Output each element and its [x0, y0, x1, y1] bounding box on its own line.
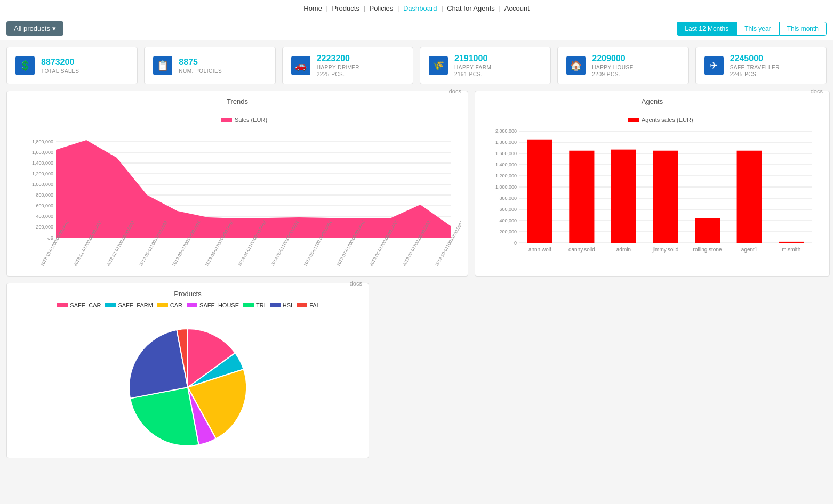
products-chart-canvas — [65, 313, 310, 451]
time-buttons: Last 12 Months This year This month — [677, 22, 827, 36]
kpi-icon-4: 🏠 — [566, 56, 586, 75]
kpi-data-2: 2223200 HAPPY DRIVER 2225 PCS. — [317, 54, 359, 77]
products-docs[interactable]: docs — [350, 280, 362, 287]
kpi-label-1: NUM. POLICIES — [179, 68, 222, 74]
kpi-value-4: 2209000 — [592, 54, 634, 63]
legend-item-CAR: CAR — [157, 302, 182, 308]
agents-panel: docs Agents — [475, 91, 830, 277]
kpi-value-2: 2223200 — [317, 54, 359, 63]
nav-dashboard[interactable]: Dashboard — [403, 4, 437, 12]
kpi-data-5: 2245000 SAFE TRAVELLER 2245 PCS. — [730, 54, 780, 77]
this-month-button[interactable]: This month — [779, 22, 827, 36]
kpi-value-0: 8873200 — [41, 58, 79, 67]
kpi-value-3: 2191000 — [454, 54, 491, 63]
products-title: Products — [13, 290, 362, 298]
kpi-label-2: HAPPY DRIVER — [317, 64, 359, 70]
agents-title: Agents — [482, 97, 823, 105]
kpi-data-1: 8875 NUM. POLICIES — [179, 58, 222, 74]
products-legend: SAFE_CARSAFE_FARMCARSAFE_HOUSETRIHSIFAI — [13, 302, 362, 308]
legend-color-TRI — [243, 303, 254, 307]
legend-label-CAR: CAR — [170, 302, 182, 308]
kpi-icon-2: 🚗 — [291, 56, 310, 75]
kpi-card-2: 🚗 2223200 HAPPY DRIVER 2225 PCS. — [282, 47, 413, 84]
legend-item-FAI: FAI — [297, 302, 318, 308]
legend-item-SAFE_FARM: SAFE_FARM — [105, 302, 153, 308]
toolbar: All products ▾ Last 12 Months This year … — [0, 17, 833, 40]
kpi-sublabel-2: 2225 PCS. — [317, 71, 359, 77]
legend-item-SAFE_HOUSE: SAFE_HOUSE — [187, 302, 239, 308]
legend-label-SAFE_CAR: SAFE_CAR — [70, 302, 101, 308]
charts-row: docs Trends docs Agents — [0, 91, 833, 283]
legend-label-FAI: FAI — [309, 302, 318, 308]
legend-label-TRI: TRI — [256, 302, 266, 308]
kpi-data-3: 2191000 HAPPY FARM 2191 PCS. — [454, 54, 491, 77]
last-12-months-button[interactable]: Last 12 Months — [677, 22, 736, 36]
kpi-card-3: 🌾 2191000 HAPPY FARM 2191 PCS. — [420, 47, 551, 84]
kpi-sublabel-3: 2191 PCS. — [454, 71, 491, 77]
bottom-row: docs Products SAFE_CARSAFE_FARMCARSAFE_H… — [0, 283, 833, 465]
kpi-card-1: 📋 8875 NUM. POLICIES — [144, 47, 275, 84]
nav-chat[interactable]: Chat for Agents — [447, 4, 495, 12]
legend-label-SAFE_HOUSE: SAFE_HOUSE — [199, 302, 239, 308]
legend-item-HSI: HSI — [270, 302, 292, 308]
kpi-sublabel-5: 2245 PCS. — [730, 71, 780, 77]
kpi-value-1: 8875 — [179, 58, 222, 67]
kpi-icon-1: 📋 — [153, 56, 172, 75]
trends-title: Trends — [13, 97, 461, 105]
kpi-card-5: ✈ 2245000 SAFE TRAVELLER 2245 PCS. — [695, 47, 827, 84]
products-panel: docs Products SAFE_CARSAFE_FARMCARSAFE_H… — [6, 283, 369, 458]
kpi-icon-5: ✈ — [704, 56, 724, 75]
agents-chart-canvas — [482, 110, 823, 270]
nav-products[interactable]: Products — [332, 4, 359, 12]
legend-color-HSI — [270, 303, 281, 307]
legend-label-SAFE_FARM: SAFE_FARM — [118, 302, 153, 308]
legend-item-SAFE_CAR: SAFE_CAR — [57, 302, 101, 308]
kpi-label-4: HAPPY HOUSE — [592, 64, 634, 70]
top-nav: Home | Products | Policies | Dashboard |… — [0, 0, 833, 17]
kpi-card-4: 🏠 2209000 HAPPY HOUSE 2209 PCS. — [557, 47, 688, 84]
kpi-sublabel-4: 2209 PCS. — [592, 71, 634, 77]
kpi-label-3: HAPPY FARM — [454, 64, 491, 70]
nav-home[interactable]: Home — [303, 4, 322, 12]
legend-item-TRI: TRI — [243, 302, 266, 308]
kpi-icon-0: 💲 — [15, 56, 35, 75]
legend-color-SAFE_HOUSE — [187, 303, 197, 307]
kpi-card-0: 💲 8873200 TOTAL SALES — [6, 47, 138, 84]
kpi-icon-3: 🌾 — [429, 56, 448, 75]
this-year-button[interactable]: This year — [736, 22, 779, 36]
legend-color-SAFE_FARM — [105, 303, 116, 307]
trends-panel: docs Trends — [6, 91, 468, 277]
kpi-data-4: 2209000 HAPPY HOUSE 2209 PCS. — [592, 54, 634, 77]
kpi-label-0: TOTAL SALES — [41, 68, 79, 74]
legend-color-FAI — [297, 303, 307, 307]
legend-label-HSI: HSI — [283, 302, 292, 308]
trends-docs[interactable]: docs — [449, 88, 461, 94]
kpi-row: 💲 8873200 TOTAL SALES 📋 8875 NUM. POLICI… — [0, 40, 833, 91]
kpi-value-5: 2245000 — [730, 54, 780, 63]
legend-color-CAR — [157, 303, 168, 307]
kpi-data-0: 8873200 TOTAL SALES — [41, 58, 79, 74]
all-products-button[interactable]: All products ▾ — [6, 21, 63, 36]
nav-account[interactable]: Account — [504, 4, 530, 12]
kpi-label-5: SAFE TRAVELLER — [730, 64, 780, 70]
nav-policies[interactable]: Policies — [370, 4, 394, 12]
agents-docs[interactable]: docs — [811, 88, 823, 94]
trends-chart-canvas — [13, 110, 461, 270]
legend-color-SAFE_CAR — [57, 303, 68, 307]
